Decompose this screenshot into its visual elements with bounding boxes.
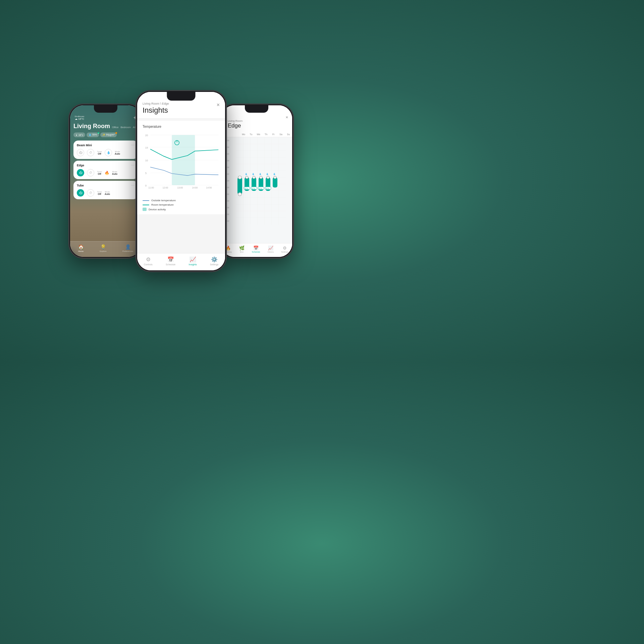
svg-rect-36 [237, 177, 242, 194]
nav-preferences[interactable]: 👤 Preferences [122, 244, 133, 252]
device-header-edge: Edge ⋯ [77, 163, 135, 167]
legend-device-activity: Device activity [143, 208, 220, 211]
edge-menu[interactable]: ⋯ [131, 163, 135, 167]
beam-drop-button[interactable]: 💧 [105, 149, 112, 156]
weather-info: Eindhoven ☁ 16°C [75, 115, 84, 120]
eco-label: Eco [240, 251, 243, 253]
phones-container: Eindhoven ☁ 16°C + Living Room Office Be… [30, 91, 332, 272]
day-th: Th [262, 132, 270, 137]
time-grid: 0:00 1:00 2:00 3:00 4:00 5:00 6:00 7:00 … [221, 137, 292, 226]
left-notch [94, 105, 117, 113]
sched-close-button[interactable]: × [285, 115, 288, 120]
devices-list: Beam Mini ⋯ ⏻ ⏱ Timer Off 💧 [70, 139, 141, 201]
center-settings-label: Settings [210, 263, 218, 266]
legend-room-temp: Room temperature [143, 203, 220, 206]
preferences-icon: 👤 [125, 244, 131, 250]
chart-svg-container: 20 15 10 5 0 [143, 131, 220, 192]
svg-text:5: 5 [145, 172, 147, 175]
svg-text:💧: 💧 [273, 173, 276, 175]
right-schedule-icon: 📅 [253, 246, 259, 251]
left-phone-screen: Eindhoven ☁ 16°C + Living Room Office Be… [70, 105, 141, 257]
device-activity-label: Device activity [149, 208, 166, 211]
beam-mini-controls: ⏻ ⏱ Timer Off 💧 Mode Auto [77, 149, 135, 156]
tube-controls: ⏻ ⏱ Timer Off Mode Auto [77, 189, 135, 197]
left-bottom-nav: 🏠 Home 💡 Explore 👤 Preferences [70, 241, 141, 257]
device-edge: Edge ⋯ ⏻ ⏱ Timer Off 🔥 M [73, 161, 138, 179]
tube-timer-label: Timer Off [97, 191, 102, 195]
grid-area: 💧 21°c 💧 21°c [230, 137, 292, 226]
center-nav-insights[interactable]: 📈 Insights [189, 256, 197, 266]
room-temp-line [143, 205, 149, 205]
schedule-label: Schedule [166, 263, 175, 266]
nav-explore[interactable]: 💡 Explore [100, 244, 106, 252]
legend-outside-temp: Outside temperature [143, 199, 220, 202]
day-sa: Sa [277, 132, 284, 137]
room-title[interactable]: Living Room [73, 123, 110, 130]
beam-mini-menu[interactable]: ⋯ [131, 143, 135, 147]
beam-power-button[interactable]: ⏻ [77, 149, 84, 156]
edge-power-button[interactable]: ⏻ [77, 169, 84, 176]
device-header-beam: Beam Mini ⋯ [77, 143, 135, 147]
nav-explore-label: Explore [100, 250, 106, 252]
right-nav-schedule[interactable]: 📅 Schedule [252, 246, 260, 253]
day-fr: Fr [270, 132, 277, 137]
svg-text:💧: 💧 [245, 173, 248, 175]
controls-label: Controls [144, 263, 153, 266]
svg-text:20: 20 [145, 134, 148, 137]
tube-power-button[interactable]: ⏻ [77, 189, 84, 197]
edge-mode-label: Mode Auto [112, 171, 117, 175]
svg-text:15: 15 [145, 146, 148, 149]
room-tabs: Living Room Office Bedroom All d [70, 122, 141, 131]
outside-temp-line [143, 200, 149, 201]
room-temp-label: Room temperature [151, 203, 174, 206]
schedule-svg: 💧 21°c 💧 21°c [230, 137, 292, 224]
edge-timer-button[interactable]: ⏱ [87, 169, 94, 176]
room-tab-bedroom[interactable]: Bedroom [120, 126, 130, 129]
right-phone-screen: ‹ Living Room Edge × Mo Tu [221, 105, 292, 257]
beam-timer-button[interactable]: ⏱ [87, 149, 94, 156]
room-tab-office[interactable]: Office [112, 126, 118, 129]
tube-name: Tube [77, 184, 84, 187]
nav-preferences-label: Preferences [122, 250, 133, 252]
temp-label: ☁ 16°C [75, 117, 84, 120]
svg-text:11:00: 11:00 [148, 186, 154, 189]
schedule-grid: Mo Tu We Th Fr Sa Su 0:00 1:00 2:00 [221, 132, 292, 240]
day-headers: Mo Tu We Th Fr Sa Su [221, 132, 292, 137]
svg-text:13:00: 13:00 [177, 186, 183, 189]
svg-text:21°c: 21°c [245, 187, 248, 190]
svg-text:💧: 💧 [252, 173, 255, 175]
right-settings-label: Settings [281, 251, 288, 253]
tube-timer-button[interactable]: ⏱ [87, 189, 94, 197]
right-nav-history[interactable]: 📈 History [268, 246, 274, 253]
center-nav-settings[interactable]: ⚙️ Settings [210, 256, 218, 266]
svg-point-60 [274, 176, 276, 179]
svg-point-40 [246, 176, 248, 179]
center-bottom-nav: ⚙ Controls 📅 Schedule 📈 Insights ⚙️ Sett… [137, 253, 225, 270]
svg-text:14:00: 14:00 [192, 186, 198, 189]
svg-text:21°c: 21°c [266, 187, 269, 190]
device-beam-mini: Beam Mini ⋯ ⏻ ⏱ Timer Off 💧 [73, 141, 138, 159]
stat-air: ✨ 64µg/m³ [100, 132, 117, 137]
temperature-chart: 20 15 10 5 0 [143, 131, 220, 192]
chart-legend: Outside temperature Room temperature Dev… [137, 196, 225, 214]
center-settings-icon: ⚙️ [211, 256, 218, 263]
history-icon: 📈 [268, 246, 273, 251]
right-nav-settings[interactable]: ⚙ Settings [281, 246, 288, 253]
center-nav-schedule[interactable]: 📅 Schedule [166, 256, 175, 266]
nav-home[interactable]: 🏠 Home [78, 244, 84, 252]
warning-dot [115, 132, 117, 134]
svg-text:21°c: 21°c [259, 187, 262, 190]
eco-icon: 🌿 [239, 246, 245, 251]
center-nav-controls[interactable]: ⚙ Controls [144, 256, 153, 266]
insights-title: Insights [143, 106, 220, 115]
tube-menu[interactable]: ⋯ [131, 183, 135, 187]
history-label: History [268, 251, 274, 253]
right-nav-eco[interactable]: 🌿 Eco [239, 246, 245, 253]
center-phone-screen: Living Room \ Edge Insights × Temperatur… [137, 92, 225, 270]
insights-close-button[interactable]: × [217, 102, 220, 108]
center-screen: Living Room \ Edge Insights × Temperatur… [137, 92, 225, 270]
time-header-spacer [230, 132, 240, 137]
device-header-tube: Tube ⋯ [77, 183, 135, 187]
day-su: Su [285, 132, 292, 137]
right-screen: ‹ Living Room Edge × Mo Tu [221, 105, 292, 257]
